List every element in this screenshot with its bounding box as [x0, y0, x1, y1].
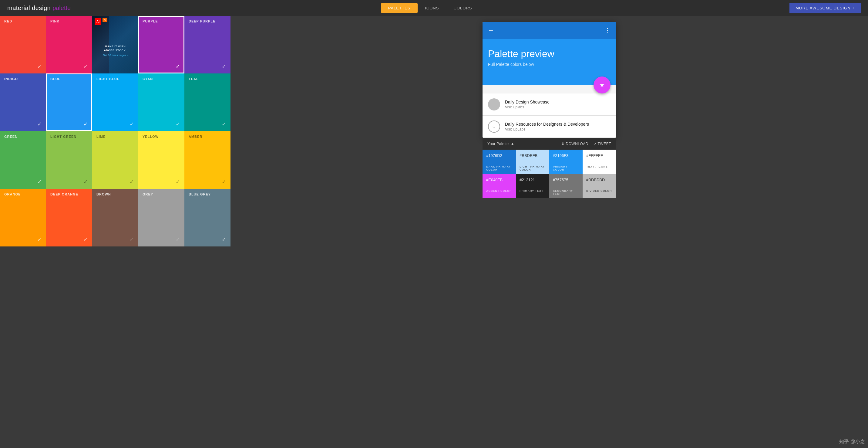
right-panel: ← ⋮ Palette preview Full Palette colors …: [230, 16, 868, 246]
palette-title-text: Your Palette: [487, 142, 508, 146]
color-yellow[interactable]: YELLOW ✓: [138, 131, 184, 189]
palette-section: Your Palette ▲ ⬇ DOWNLOAD ↗ TWEET: [483, 138, 616, 198]
color-deep-orange[interactable]: DEEP ORANGE ✓: [46, 189, 92, 246]
swatch-divider[interactable]: #BDBDBD DIVIDER COLOR: [583, 174, 616, 198]
star-icon: ★: [599, 81, 605, 89]
clock-icon: ○: [488, 120, 500, 132]
list-item-sub-2: Visit UpLabs: [505, 127, 589, 131]
color-orange[interactable]: ORANGE ✓: [0, 189, 46, 246]
tab-palettes[interactable]: PALETTES: [381, 3, 418, 13]
logo-text: material design: [7, 5, 51, 11]
options-icon[interactable]: ⋮: [604, 27, 611, 34]
tweet-button[interactable]: ↗ TWEET: [593, 142, 611, 146]
download-icon: ⬇: [561, 142, 565, 146]
phone-preview: ← ⋮ Palette preview Full Palette colors …: [483, 22, 616, 138]
color-amber[interactable]: AMBER ✓: [184, 131, 230, 189]
fab-area: ★: [483, 77, 616, 93]
list-item-sub: Visit Uplabs: [505, 105, 550, 109]
list-item-text: Daily Design Showcase Visit Uplabs: [505, 99, 550, 109]
list-item-text-2: Daily Resources for Designers & Develope…: [505, 122, 589, 131]
download-button[interactable]: ⬇ DOWNLOAD: [561, 142, 588, 146]
color-light-blue[interactable]: LIGHT BLUE ✓: [92, 73, 138, 131]
nav-tabs: PALETTES ICONS COLORS: [381, 3, 479, 13]
color-deep-purple[interactable]: DEEP PURPLE ✓: [184, 16, 230, 73]
color-purple[interactable]: PURPLE ✓: [138, 16, 184, 73]
swatch-dark-primary[interactable]: #1976D2 DARK PRIMARY COLOR: [483, 150, 516, 174]
swatches-row-2: #E040FB ACCENT COLOR #212121 PRIMARY TEX…: [483, 174, 616, 198]
color-grey[interactable]: GREY ✓: [138, 189, 184, 246]
swatch-secondary-text[interactable]: #757575 SECONDARY TEXT: [549, 174, 583, 198]
color-blue-grey[interactable]: BLUE GREY ✓: [184, 189, 230, 246]
swatches-row-1: #1976D2 DARK PRIMARY COLOR #BBDEFB LIGHT…: [483, 150, 616, 174]
swatch-accent[interactable]: #E040FB ACCENT COLOR: [483, 174, 516, 198]
palette-actions: ⬇ DOWNLOAD ↗ TWEET: [561, 142, 611, 146]
list-item-title: Daily Design Showcase: [505, 99, 550, 104]
phone-header: ← ⋮: [483, 22, 616, 39]
logo: material design palette: [7, 5, 71, 11]
tab-icons[interactable]: ICONS: [417, 3, 446, 13]
color-lime[interactable]: LIME ✓: [92, 131, 138, 189]
palette-title: Your Palette ▲: [487, 142, 515, 146]
swatch-primary[interactable]: #2196F3 PRIMARY COLOR: [549, 150, 583, 174]
color-red[interactable]: RED ✓: [0, 16, 46, 73]
phone-list: Daily Design Showcase Visit Uplabs ○ Dai…: [483, 93, 616, 138]
color-indigo[interactable]: INDIGO ✓: [0, 73, 46, 131]
list-item-title-2: Daily Resources for Designers & Develope…: [505, 122, 589, 126]
chevron-right-icon: ›: [853, 6, 855, 10]
more-awesome-label: MORE AWESOME DESIGN: [796, 6, 851, 10]
color-blue[interactable]: BLUE ✓: [46, 73, 92, 131]
swatch-primary-text[interactable]: #212121 PRIMARY TEXT: [516, 174, 549, 198]
watermark: 知乎 @小念: [839, 439, 865, 445]
list-item: Daily Design Showcase Visit Uplabs: [483, 93, 616, 116]
tweet-label: TWEET: [598, 142, 612, 146]
logo-palette: palette: [53, 5, 71, 11]
color-grid: RED ✓ PINK ✓ Ai St MAKE IT WITHADOBE STO…: [0, 16, 230, 246]
palette-header: Your Palette ▲ ⬇ DOWNLOAD ↗ TWEET: [483, 138, 616, 150]
download-label: DOWNLOAD: [566, 142, 588, 146]
preview-subtitle: Full Palette colors below: [488, 62, 611, 67]
color-pink[interactable]: PINK ✓: [46, 16, 92, 73]
main-content: RED ✓ PINK ✓ Ai St MAKE IT WITHADOBE STO…: [0, 16, 868, 246]
more-awesome-button[interactable]: MORE AWESOME DESIGN ›: [789, 3, 861, 13]
share-icon: ↗: [593, 142, 596, 146]
ad-cell[interactable]: Ai St MAKE IT WITHADOBE STOCK. Get 10 fr…: [92, 16, 138, 73]
fab-button[interactable]: ★: [593, 77, 611, 93]
color-cyan[interactable]: CYAN ✓: [138, 73, 184, 131]
color-light-green[interactable]: LIGHT GREEN ✓: [46, 131, 92, 189]
preview-title: Palette preview: [488, 48, 611, 59]
list-item-2: ○ Daily Resources for Designers & Develo…: [483, 116, 616, 138]
tab-colors[interactable]: COLORS: [446, 3, 479, 13]
color-brown[interactable]: BROWN ✓: [92, 189, 138, 246]
swatch-text-icons[interactable]: #FFFFFF TEXT / ICONS: [583, 150, 616, 174]
swatch-light-primary[interactable]: #BBDEFB LIGHT PRIMARY COLOR: [516, 150, 549, 174]
ad-content: Ai St MAKE IT WITHADOBE STOCK. Get 10 fr…: [92, 16, 138, 73]
color-green[interactable]: GREEN ✓: [0, 131, 46, 189]
chevron-up-icon: ▲: [510, 142, 515, 146]
back-icon[interactable]: ←: [488, 27, 494, 34]
list-item-icon: [488, 98, 500, 111]
header: material design palette PALETTES ICONS C…: [0, 0, 868, 16]
color-teal[interactable]: TEAL ✓: [184, 73, 230, 131]
